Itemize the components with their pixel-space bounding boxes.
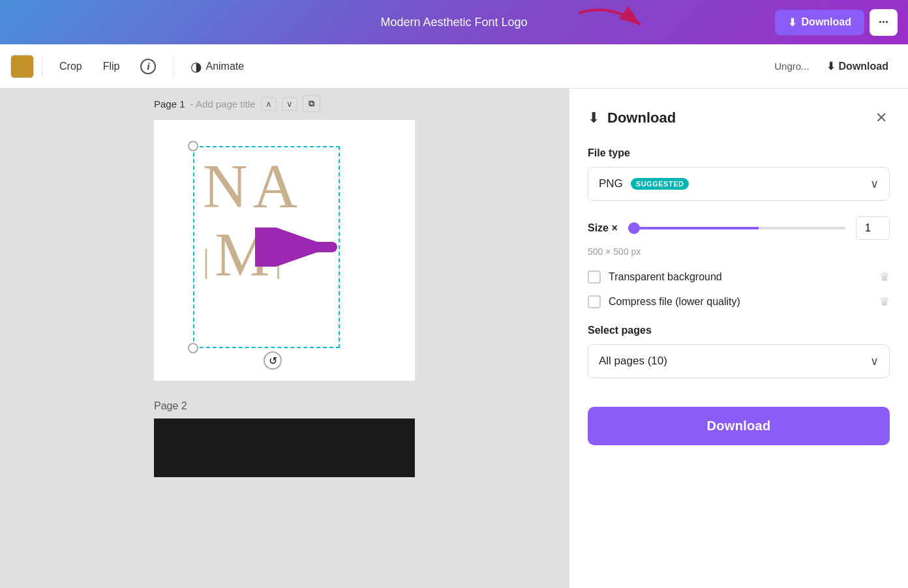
flip-button[interactable]: Flip bbox=[94, 55, 129, 78]
main-area: Page 1 - Add page title ∧ ∨ ⧉ N A | M bbox=[0, 89, 908, 588]
panel-title: Download bbox=[607, 110, 676, 126]
compress-label: Compress file (lower quality) bbox=[609, 296, 740, 308]
rotation-handle[interactable]: ↺ bbox=[264, 351, 282, 370]
suggested-badge: SUGGESTED bbox=[631, 178, 689, 190]
transparent-label: Transparent background bbox=[609, 271, 722, 283]
size-input[interactable] bbox=[856, 216, 890, 240]
dropdown-left: PNG SUGGESTED bbox=[599, 177, 689, 190]
select-pages-label: Select pages bbox=[588, 325, 890, 336]
annotation-arrow bbox=[572, 7, 650, 45]
color-swatch[interactable] bbox=[10, 55, 34, 78]
page-copy-btn[interactable]: ⧉ bbox=[303, 95, 320, 112]
download-toolbar-button[interactable]: ⬇ Download bbox=[817, 55, 898, 78]
compress-checkbox[interactable] bbox=[588, 295, 601, 308]
panel-title-group: ⬇ Download bbox=[588, 110, 676, 126]
toolbar-divider bbox=[42, 56, 42, 77]
canvas-page-1[interactable]: N A | M | bbox=[154, 120, 415, 381]
compress-left: Compress file (lower quality) bbox=[588, 295, 740, 308]
rotate-icon: ↺ bbox=[269, 355, 277, 367]
transparent-left: Transparent background bbox=[588, 271, 722, 284]
topbar-title: Modern Aesthetic Font Logo bbox=[380, 16, 527, 29]
pro-crown-transparent: ♛ bbox=[879, 270, 890, 284]
page-header: Page 1 - Add page title ∧ ∨ ⧉ bbox=[154, 95, 415, 112]
compress-row: Compress file (lower quality) ♛ bbox=[588, 295, 890, 309]
size-px: 500 × 500 px bbox=[588, 246, 890, 257]
page2-canvas[interactable] bbox=[154, 419, 415, 477]
transparent-checkbox[interactable] bbox=[588, 271, 601, 284]
more-options-button[interactable]: ··· bbox=[870, 9, 898, 36]
download-top-button[interactable]: ⬇ Download bbox=[775, 10, 864, 35]
selection-handle-tl[interactable] bbox=[188, 141, 198, 151]
canvas-area[interactable]: Page 1 - Add page title ∧ ∨ ⧉ N A | M bbox=[0, 89, 569, 588]
topbar-right: ⬇ Download ··· bbox=[775, 9, 898, 36]
topbar: Modern Aesthetic Font Logo ⬇ Download ··… bbox=[0, 0, 908, 44]
page2-section: Page 2 bbox=[154, 400, 415, 477]
info-icon: i bbox=[140, 59, 156, 74]
panel-download-icon: ⬇ bbox=[588, 110, 599, 126]
pages-dropdown[interactable]: All pages (10) ∨ bbox=[588, 344, 890, 378]
size-slider[interactable] bbox=[628, 227, 845, 229]
animate-button[interactable]: ◑ Animate bbox=[181, 53, 253, 80]
file-type-label: File type bbox=[588, 147, 890, 159]
logo-letter-i: | bbox=[203, 243, 209, 289]
transparent-row: Transparent background ♛ bbox=[588, 270, 890, 284]
file-type-value: PNG bbox=[599, 177, 623, 190]
file-type-dropdown[interactable]: PNG SUGGESTED ∨ bbox=[588, 167, 890, 201]
selection-handle-bl[interactable] bbox=[188, 343, 198, 353]
panel-close-button[interactable]: ✕ bbox=[873, 107, 890, 129]
download-toolbar-icon: ⬇ bbox=[826, 60, 835, 72]
toolbar-divider-2 bbox=[173, 56, 174, 77]
info-button[interactable]: i bbox=[131, 53, 165, 80]
page2-label: Page 2 bbox=[154, 400, 415, 412]
download-icon: ⬇ bbox=[788, 16, 796, 29]
download-panel: ⬇ Download ✕ File type PNG SUGGESTED ∨ S… bbox=[569, 89, 908, 588]
logo-letter-a: A bbox=[253, 153, 298, 221]
pages-value: All pages (10) bbox=[599, 355, 667, 368]
size-row: Size × bbox=[588, 216, 890, 240]
crop-button[interactable]: Crop bbox=[50, 55, 91, 78]
download-main-button[interactable]: Download bbox=[588, 407, 890, 445]
panel-header: ⬇ Download ✕ bbox=[588, 107, 890, 129]
pages-chevron-icon: ∨ bbox=[870, 354, 879, 368]
pro-crown-compress: ♛ bbox=[879, 295, 890, 309]
ungroup-label: Ungro... bbox=[774, 61, 809, 72]
animate-icon: ◑ bbox=[190, 59, 202, 74]
toolbar: Crop Flip i ◑ Animate Ungro... ⬇ Downloa… bbox=[0, 44, 908, 89]
page-nav-down[interactable]: ∨ bbox=[282, 97, 297, 111]
size-label: Size × bbox=[588, 222, 618, 234]
page1-add-title: - Add page title bbox=[190, 98, 256, 110]
canvas-arrow bbox=[255, 228, 346, 269]
page-nav-up[interactable]: ∧ bbox=[261, 97, 277, 111]
chevron-down-icon: ∨ bbox=[870, 177, 879, 191]
logo-letter-n1: N bbox=[203, 153, 248, 221]
page1-label: Page 1 bbox=[154, 98, 185, 110]
